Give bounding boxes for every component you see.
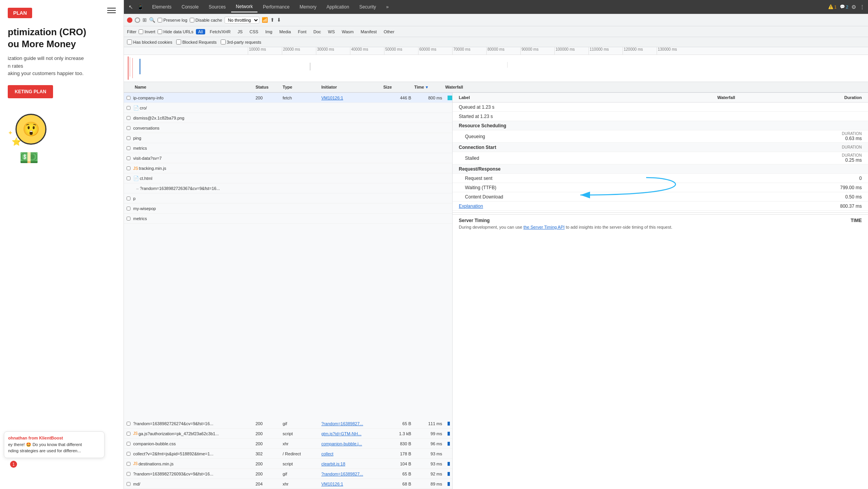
filter-other[interactable]: Other [381, 29, 397, 34]
row-checkbox[interactable] [127, 462, 130, 466]
row-checkbox[interactable] [127, 422, 130, 426]
file-row-dismiss[interactable]: dismiss@2x.1c82ba79.png [124, 113, 452, 123]
hamburger-menu[interactable] [107, 8, 116, 13]
disable-cache-checkbox[interactable] [190, 18, 194, 22]
file-row-p[interactable]: p [124, 193, 452, 203]
blocked-requests-label[interactable]: Blocked Requests [176, 39, 217, 44]
file-row-cthtml[interactable]: 📄ct.html [124, 173, 452, 183]
row-checkbox[interactable] [127, 136, 130, 140]
search-icon[interactable]: 🔍 [149, 17, 155, 23]
preserve-log-checkbox[interactable] [158, 18, 162, 22]
row-checkbox[interactable] [127, 197, 130, 200]
row-checkbox[interactable] [127, 96, 130, 100]
preserve-log-label[interactable]: Preserve log [158, 18, 187, 22]
warning-badge[interactable]: ⚠️ 1 [828, 4, 837, 9]
row-checkbox[interactable] [127, 442, 130, 446]
filter-js[interactable]: JS [235, 29, 245, 34]
row-checkbox[interactable] [127, 452, 130, 456]
filter-ws[interactable]: WS [326, 29, 337, 34]
upload-icon[interactable]: ⬆ [270, 17, 274, 23]
tab-sources[interactable]: Sources [204, 2, 230, 12]
file-row-wisepop[interactable]: my-wisepop [124, 203, 452, 214]
file-row-random1[interactable]: –?random=1638982726367&cv=9&fst=16... [124, 183, 452, 193]
file-row-tracking[interactable]: JStracking.min.js [124, 163, 452, 173]
filter-img[interactable]: Img [263, 29, 274, 34]
tab-console[interactable]: Console [177, 2, 203, 12]
filter-media[interactable]: Media [277, 29, 293, 34]
stop-button[interactable] [135, 17, 140, 23]
hide-data-urls-checkbox[interactable] [158, 29, 162, 34]
tab-elements[interactable]: Elements [148, 2, 176, 12]
settings-icon[interactable]: ⚙ [851, 4, 856, 10]
lower-row-md[interactable]: md/ 204 xhr VM10126:1 68 B 89 ms [124, 479, 452, 489]
row-checkbox[interactable] [127, 156, 130, 160]
plan-badge[interactable]: PLAN [8, 8, 32, 18]
tick-4: 50000 ms [384, 47, 418, 55]
filter-all[interactable]: All [196, 29, 205, 34]
filter-fetch-xhr[interactable]: Fetch/XHR [208, 29, 233, 34]
lower-row-companion[interactable]: companion-bubble.css 200 xhr companion-b… [124, 439, 452, 449]
lower-row-random2[interactable]: ?random=1638982726274&cv=9&fst=16... 200… [124, 419, 452, 429]
third-party-label[interactable]: 3rd-party requests [221, 39, 261, 44]
third-party-checkbox[interactable] [221, 39, 226, 44]
cursor-icon[interactable]: ↖ [127, 3, 135, 11]
file-row-cro[interactable]: 📄cro/ [124, 103, 452, 113]
row-checkbox[interactable] [127, 126, 130, 130]
file-row-metrics2[interactable]: metrics [124, 214, 452, 224]
tab-memory[interactable]: Memory [295, 2, 321, 12]
file-row-metrics[interactable]: metrics [124, 143, 452, 153]
file-row-ip-company-info[interactable]: ip-company-info 200 fetch VM10126:1 446 … [124, 93, 452, 103]
timeline-area[interactable]: 10000 ms 20000 ms 30000 ms 40000 ms 5000… [124, 47, 868, 82]
has-blocked-cookies-label[interactable]: Has blocked cookies [127, 39, 172, 44]
tab-performance[interactable]: Performance [258, 2, 294, 12]
row-checkbox[interactable] [127, 482, 130, 486]
row-checkbox[interactable] [127, 116, 130, 120]
chat-bubble[interactable]: ohnathan from KlientBoost ey there! 🤩 Do… [4, 431, 105, 458]
download-icon[interactable]: ⬇ [277, 17, 281, 23]
invert-checkbox[interactable] [139, 29, 143, 34]
tab-network[interactable]: Network [231, 2, 257, 12]
lower-row-gajs[interactable]: JSga.js?authorization=pk_472bf23a62c3b1.… [124, 429, 452, 439]
row-checkbox[interactable] [127, 166, 130, 170]
server-timing-api-link[interactable]: the Server Timing API [523, 225, 564, 229]
tick-6: 70000 ms [452, 47, 486, 55]
tab-application[interactable]: Application [322, 2, 354, 12]
filter-font[interactable]: Font [295, 29, 309, 34]
file-row-visit-data[interactable]: visit-data?sv=7 [124, 153, 452, 163]
lower-row-collect[interactable]: collect?v=2&fmt=js&pid=518892&time=1... … [124, 449, 452, 459]
hide-data-urls-label[interactable]: Hide data URLs [158, 29, 194, 34]
row-checkbox[interactable] [127, 472, 130, 476]
filter-icon[interactable]: ⊞ [142, 17, 147, 23]
filter-doc[interactable]: Doc [311, 29, 323, 34]
timing-label-explanation[interactable]: Explanation [459, 203, 637, 209]
lower-row-destinations[interactable]: JSdestinations.min.js 200 script clearbi… [124, 459, 452, 469]
row-checkbox[interactable] [127, 432, 130, 436]
has-blocked-cookies-checkbox[interactable] [127, 39, 132, 44]
tab-security[interactable]: Security [355, 2, 381, 12]
filter-css[interactable]: CSS [247, 29, 261, 34]
row-checkbox[interactable] [127, 176, 130, 180]
row-checkbox[interactable] [127, 106, 130, 110]
cta-button[interactable]: KETING PLAN [8, 85, 53, 98]
device-icon[interactable]: 📱 [136, 3, 145, 11]
file-row-ping[interactable]: ping [124, 133, 452, 143]
row-checkbox[interactable] [127, 207, 130, 210]
file-row-conversations[interactable]: conversations [124, 123, 452, 133]
filter-manifest[interactable]: Manifest [359, 29, 379, 34]
filter-wasm[interactable]: Wasm [340, 29, 356, 34]
row-checkbox[interactable] [127, 146, 130, 150]
throttle-select[interactable]: No throttling [225, 17, 259, 24]
more-icon[interactable]: ⋮ [859, 4, 865, 10]
disable-cache-label[interactable]: Disable cache [190, 18, 222, 22]
lower-row-random3[interactable]: ?random=1638982726093&cv=9&fst=16... 200… [124, 469, 452, 479]
record-button[interactable] [127, 17, 132, 23]
info-badge[interactable]: 💬 2 [840, 4, 848, 9]
blocked-requests-checkbox[interactable] [176, 39, 181, 44]
tab-more[interactable]: » [381, 2, 393, 12]
tick-5: 60000 ms [418, 47, 452, 55]
lr-size-13kb: 1.3 kB [383, 431, 414, 436]
row-checkbox[interactable] [127, 217, 130, 221]
invert-label[interactable]: Invert [139, 29, 155, 34]
timing-label-queued: Queued at 1.23 s [459, 104, 637, 110]
timing-row-explanation[interactable]: Explanation 800.37 ms [453, 202, 868, 211]
